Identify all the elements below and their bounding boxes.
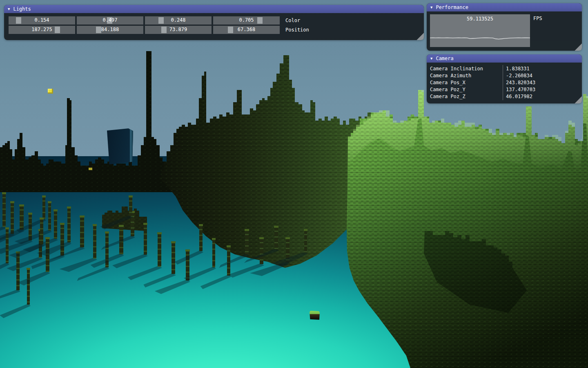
camera-field-label: Camera Poz_Z xyxy=(427,93,502,100)
slider-value: 0.248 xyxy=(145,17,212,23)
position-row-label: Position xyxy=(285,26,309,34)
slider-value: 0.497 xyxy=(77,17,143,23)
fps-label: FPS xyxy=(533,16,542,21)
color-row-label: Color xyxy=(285,16,300,25)
light-speck xyxy=(89,168,92,170)
collapse-icon[interactable]: ▼ xyxy=(8,5,10,13)
panel-title: Camera xyxy=(436,56,453,61)
light-position-slider-1[interactable]: 187.275 xyxy=(9,26,75,34)
camera-row-azimuth: Camera Azimuth -2.260834 xyxy=(427,72,582,79)
light-color-slider-4[interactable]: 0.705 xyxy=(213,16,280,25)
camera-field-label: Camera Poz_Y xyxy=(427,86,502,93)
resize-handle[interactable] xyxy=(575,43,582,51)
light-color-slider-1[interactable]: 0.154 xyxy=(9,16,75,25)
slider-value: 67.368 xyxy=(213,27,280,32)
camera-field-value: 137.470703 xyxy=(502,86,535,93)
light-color-slider-2[interactable]: 0.497 xyxy=(77,16,143,25)
camera-field-value: 46.017982 xyxy=(502,93,532,100)
camera-field-label: Camera Inclination xyxy=(427,65,502,72)
camera-field-value: -2.260834 xyxy=(502,72,532,79)
camera-row-inclination: Camera Inclination 1.838331 xyxy=(427,65,582,72)
slider-value: 73.879 xyxy=(145,27,212,32)
lights-panel: ▼ Lights 0.154 0.497 0.248 0.705 Color xyxy=(4,5,424,40)
light-position-slider-4[interactable]: 67.368 xyxy=(213,26,280,34)
camera-row-pos-z: Camera Poz_Z 46.017982 xyxy=(427,93,582,100)
light-position-slider-3[interactable]: 73.879 xyxy=(145,26,212,34)
floating-voxel-cube xyxy=(310,311,320,320)
camera-field-value: 1.838331 xyxy=(502,65,530,72)
camera-field-value: 243.820343 xyxy=(502,79,535,86)
dark-portal-block xyxy=(107,128,133,164)
light-color-row: 0.154 0.497 0.248 0.705 Color xyxy=(9,16,424,25)
fps-value: 59.113525 xyxy=(430,16,530,22)
light-cube-yellow xyxy=(48,89,53,94)
collapse-icon[interactable]: ▼ xyxy=(430,3,432,11)
slider-value: 0.154 xyxy=(9,17,75,23)
slider-value: 0.705 xyxy=(213,17,280,23)
camera-field-label: Camera Pos_X xyxy=(427,79,502,86)
lights-panel-header[interactable]: ▼ Lights xyxy=(4,5,424,13)
camera-row-pos-y: Camera Poz_Y 137.470703 xyxy=(427,86,582,93)
slider-value: 84.188 xyxy=(77,27,143,32)
collapse-icon[interactable]: ▼ xyxy=(430,54,432,63)
fps-graph: 59.113525 xyxy=(430,14,530,47)
panel-title: Performance xyxy=(436,4,468,10)
column-divider xyxy=(503,65,503,100)
performance-panel-header[interactable]: ▼ Performance xyxy=(427,3,582,11)
camera-field-label: Camera Azimuth xyxy=(427,72,502,79)
performance-panel: ▼ Performance 59.113525 FPS xyxy=(427,3,582,51)
light-position-row: 187.275 84.188 73.879 67.368 Position xyxy=(9,26,424,34)
light-color-slider-3[interactable]: 0.248 xyxy=(145,16,212,25)
light-position-slider-2[interactable]: 84.188 xyxy=(77,26,143,34)
camera-panel-header[interactable]: ▼ Camera xyxy=(427,54,582,63)
panel-title: Lights xyxy=(13,6,31,12)
slider-value: 187.275 xyxy=(9,27,75,32)
camera-panel: ▼ Camera Camera Inclination 1.838331 Cam… xyxy=(427,54,582,103)
camera-row-pos-x: Camera Pos_X 243.820343 xyxy=(427,79,582,86)
